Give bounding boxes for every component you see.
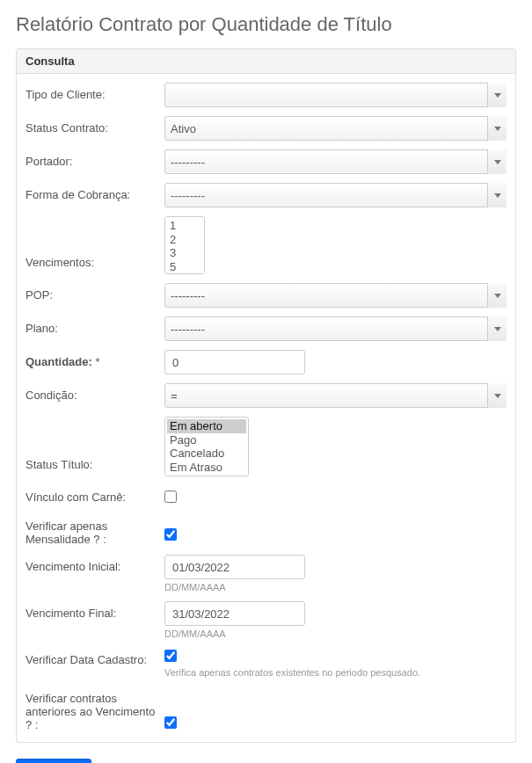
status-titulo-listbox[interactable]: Em aberto Pago Cancelado Em Atraso: [164, 417, 249, 476]
consultar-button[interactable]: Consultar: [16, 759, 91, 763]
portador-label: Portador:: [26, 149, 164, 168]
quantidade-input[interactable]: [164, 350, 305, 374]
vencimento-final-input[interactable]: [164, 601, 305, 626]
date-format-help: DD/MM/AAAA: [164, 582, 506, 592]
plano-select[interactable]: ---------: [164, 316, 506, 341]
status-contrato-select[interactable]: Ativo: [164, 116, 506, 141]
page-title: Relatório Contrato por Quantidade de Tít…: [16, 13, 516, 36]
list-item[interactable]: Em Atraso: [167, 461, 246, 475]
pop-select[interactable]: ---------: [164, 283, 506, 308]
tipo-cliente-label: Tipo de Cliente:: [26, 83, 164, 101]
list-item[interactable]: 5: [167, 260, 202, 274]
vinculo-carne-checkbox[interactable]: [164, 490, 177, 503]
vencimentos-listbox[interactable]: 1 2 3 5: [164, 216, 205, 274]
tipo-cliente-select[interactable]: [164, 83, 506, 107]
verificar-mensalidade-checkbox[interactable]: [164, 528, 177, 541]
panel-heading: Consulta: [17, 49, 515, 74]
list-item[interactable]: Cancelado: [167, 447, 246, 461]
consulta-panel: Consulta Tipo de Cliente: Status Contrat…: [16, 48, 516, 743]
portador-select[interactable]: ---------: [164, 149, 506, 174]
pop-label: POP:: [26, 283, 164, 302]
vencimento-final-label: Vencimento Final:: [26, 601, 164, 620]
date-format-help: DD/MM/AAAA: [164, 629, 506, 639]
list-item[interactable]: Pago: [167, 433, 246, 447]
verificar-mensalidade-label: Verificar apenas Mensalidade ? :: [26, 514, 164, 546]
vencimentos-label: Vencimentos:: [26, 256, 164, 274]
verificar-data-cadastro-help: Verifica apenas contratos existentes no …: [164, 667, 506, 678]
list-item[interactable]: 2: [167, 233, 202, 247]
vencimento-inicial-input[interactable]: [164, 555, 305, 579]
plano-label: Plano:: [26, 316, 164, 335]
vencimento-inicial-label: Vencimento Inicial:: [26, 555, 164, 573]
status-titulo-label: Status Título:: [26, 458, 164, 476]
status-contrato-label: Status Contrato:: [26, 116, 164, 134]
condicao-label: Condição:: [26, 383, 164, 402]
vinculo-carne-label: Vínculo com Carnê:: [26, 485, 164, 504]
verificar-data-cadastro-label: Verificar Data Cadastro:: [26, 648, 164, 666]
quantidade-label: Quantidade: *: [26, 350, 164, 368]
list-item[interactable]: Em aberto: [167, 419, 246, 433]
forma-cobranca-label: Forma de Cobrança:: [26, 183, 164, 201]
list-item[interactable]: 1: [167, 219, 202, 233]
condicao-select[interactable]: =: [164, 383, 506, 408]
verificar-contratos-anteriores-label: Verificar contratos anteriores ao Vencim…: [26, 687, 164, 731]
list-item[interactable]: 3: [167, 246, 202, 260]
forma-cobranca-select[interactable]: ---------: [164, 183, 506, 207]
verificar-data-cadastro-checkbox[interactable]: [164, 650, 177, 662]
verificar-contratos-anteriores-checkbox[interactable]: [164, 716, 177, 729]
